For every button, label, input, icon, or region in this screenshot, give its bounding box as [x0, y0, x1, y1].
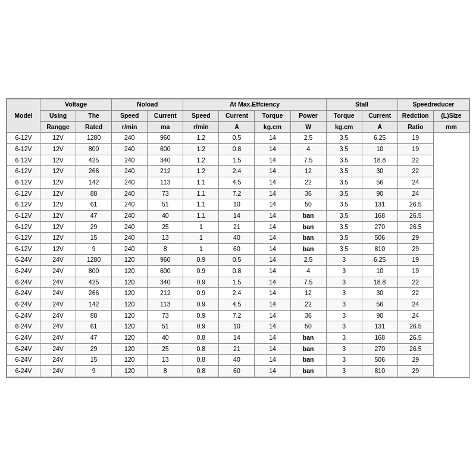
table-cell: 14	[219, 332, 255, 343]
table-cell: 266	[76, 166, 112, 177]
table-cell: 6-12V	[7, 133, 40, 144]
table-cell: 4.5	[219, 299, 255, 311]
table-row: 6-24V24V12801209600.90.5142.536.2519	[7, 255, 469, 266]
table-cell: 12V	[40, 177, 76, 188]
table-cell: 14	[255, 144, 290, 155]
table-cell: 24	[397, 188, 433, 199]
table-cell: 4	[290, 266, 326, 277]
table-cell: 2.5	[290, 133, 326, 144]
table-cell: ban	[290, 210, 326, 221]
table-cell: 36	[290, 310, 326, 321]
table-cell: 26.5	[397, 199, 433, 211]
maxeff-speed-header: Speed	[183, 111, 219, 122]
table-cell: 12V	[40, 155, 76, 166]
table-cell: 14	[255, 210, 290, 221]
table-cell: ban	[290, 365, 326, 377]
table-cell: 25	[148, 221, 183, 233]
ban-label: ban	[303, 223, 314, 230]
table-cell: 3	[326, 343, 362, 355]
table-row: 6-12V12V152401314014ban3.550629	[7, 233, 469, 244]
table-cell: 12V	[40, 243, 76, 255]
table-cell: 14	[255, 199, 290, 211]
table-cell: 3.5	[326, 166, 362, 177]
table-row: 6-24V24V2661202120.92.4141233022	[7, 288, 469, 299]
table-cell: 1.5	[219, 277, 255, 288]
table-cell: 0.9	[183, 255, 219, 266]
table-cell: 120	[112, 299, 148, 311]
table-cell: 6-24V	[7, 255, 40, 266]
table-cell: 26.5	[397, 221, 433, 233]
table-cell: 6-12V	[7, 233, 40, 244]
table-cell: 3.5	[326, 144, 362, 155]
table-cell: 6-24V	[7, 321, 40, 333]
table-cell: 40	[219, 355, 255, 366]
table-row: 6-12V12V8002406001.20.81443.51019	[7, 144, 469, 155]
table-cell: 10	[362, 266, 397, 277]
table-cell: 800	[76, 144, 112, 155]
table-cell: 26.5	[397, 210, 433, 221]
table-cell: 120	[112, 288, 148, 299]
table-cell: 266	[76, 288, 112, 299]
table-cell: 3	[326, 355, 362, 366]
table-cell: 3.5	[326, 221, 362, 233]
table-cell: 6-12V	[7, 243, 40, 255]
table-cell: 25	[148, 343, 183, 355]
table-cell: 6-24V	[7, 266, 40, 277]
table-cell: 60	[219, 365, 255, 377]
table-cell: 22	[397, 288, 433, 299]
table-cell: 600	[148, 266, 183, 277]
ban-label: ban	[303, 234, 314, 241]
ban-label: ban	[303, 345, 314, 352]
table-cell: 113	[148, 177, 183, 188]
table-cell: 14	[255, 166, 290, 177]
table-cell: 1.2	[183, 144, 219, 155]
table-cell: 14	[255, 233, 290, 244]
table-cell: 56	[362, 299, 397, 311]
table-cell: 14	[255, 288, 290, 299]
mm-header: mm	[433, 121, 469, 133]
table-cell: 240	[112, 210, 148, 221]
table-cell: 0.5	[219, 255, 255, 266]
table-row: 6-24V24V912080.86014ban381029	[7, 365, 469, 377]
table-cell: ban	[290, 233, 326, 244]
table-cell: 29	[397, 233, 433, 244]
header-row-2: Using The Speed Current Speed Current To…	[7, 111, 469, 122]
stall-current-header: Current	[362, 111, 397, 122]
table-row: 6-24V24V47120400.81414ban316826.5	[7, 332, 469, 343]
table-cell: 120	[112, 310, 148, 321]
table-cell: 24V	[40, 266, 76, 277]
table-cell: 6-24V	[7, 355, 40, 366]
table-cell: ban	[290, 343, 326, 355]
table-cell: 24V	[40, 355, 76, 366]
stall-header: Stall	[326, 99, 397, 111]
table-cell: 90	[362, 188, 397, 199]
table-cell: 6-24V	[7, 365, 40, 377]
table-cell: 0.8	[219, 266, 255, 277]
table-cell: 21	[219, 343, 255, 355]
table-cell: 73	[148, 310, 183, 321]
table-cell: 120	[112, 365, 148, 377]
table-cell: 9	[76, 243, 112, 255]
ma-header: ma	[148, 121, 183, 133]
table-cell: 29	[76, 221, 112, 233]
table-row: 6-12V12V61240511.11014503.513126.5	[7, 199, 469, 211]
table-row: 6-24V24V4251203400.91.5147.5318.822	[7, 277, 469, 288]
table-cell: 50	[290, 321, 326, 333]
table-cell: 3.5	[326, 210, 362, 221]
speedreducer-header: Speedreducer	[397, 99, 469, 111]
table-row: 6-12V12V4252403401.21.5147.53.518.822	[7, 155, 469, 166]
table-cell: 240	[112, 221, 148, 233]
table-cell: 6-12V	[7, 166, 40, 177]
table-cell: 12V	[40, 166, 76, 177]
rangge-header: Rangge	[40, 121, 76, 133]
table-cell: 19	[397, 255, 433, 266]
table-row: 6-12V12V47240401.11414ban3.516826.5	[7, 210, 469, 221]
table-cell: 168	[362, 210, 397, 221]
table-container: Model Voltage Noload At Max.Effciency St…	[6, 98, 470, 377]
table-cell: 3.5	[326, 177, 362, 188]
table-cell: 0.9	[183, 321, 219, 333]
table-cell: 3	[326, 321, 362, 333]
table-cell: 24V	[40, 332, 76, 343]
table-cell: 29	[76, 343, 112, 355]
ban-label: ban	[303, 356, 314, 363]
